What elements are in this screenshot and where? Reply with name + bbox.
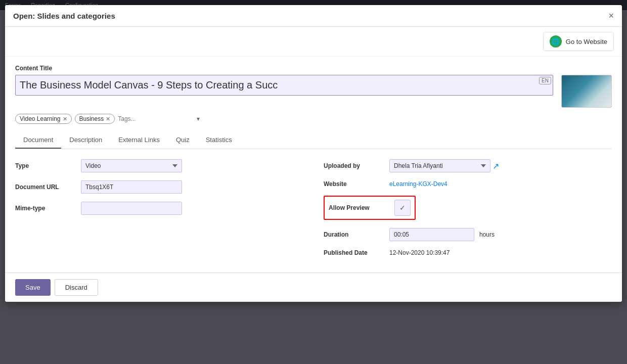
discard-button[interactable]: Discard bbox=[55, 279, 98, 296]
allow-preview-label: Allow Preview bbox=[329, 204, 389, 211]
tag-remove-video-learning[interactable]: ✕ bbox=[63, 116, 67, 122]
mime-type-input[interactable] bbox=[81, 202, 182, 215]
published-date-value: 12-Nov-2020 10:39:47 bbox=[389, 249, 450, 256]
website-field-row: Website eLearning-KGX-Dev4 bbox=[324, 180, 612, 188]
website-link[interactable]: eLearning-KGX-Dev4 bbox=[389, 180, 447, 188]
tab-document[interactable]: Document bbox=[15, 132, 61, 149]
type-field-row: Type Video Image PDF URL bbox=[15, 159, 303, 172]
tab-description[interactable]: Description bbox=[61, 132, 110, 149]
document-url-input[interactable] bbox=[81, 180, 182, 194]
document-tab-content: Type Video Image PDF URL Document URL bbox=[15, 159, 612, 264]
tag-chip-video-learning: Video Learning ✕ bbox=[15, 114, 72, 124]
published-date-label: Published Date bbox=[324, 249, 384, 256]
modal-header: Open: Slides and categories × bbox=[5, 5, 622, 27]
document-url-label: Document URL bbox=[15, 184, 76, 191]
tags-row: Video Learning ✕ Business ✕ ▾ bbox=[15, 114, 612, 124]
allow-preview-highlight-box: Allow Preview bbox=[324, 196, 416, 220]
tags-input[interactable] bbox=[118, 115, 194, 122]
uploaded-by-row: Uploaded by Dhela Tria Afiyanti ↗ bbox=[324, 159, 612, 172]
tag-remove-business[interactable]: ✕ bbox=[106, 116, 110, 122]
allow-preview-checkbox[interactable] bbox=[394, 200, 411, 216]
tabs-row: Document Description External Links Quiz… bbox=[15, 132, 612, 149]
uploaded-by-field: Dhela Tria Afiyanti ↗ bbox=[389, 159, 499, 172]
modal-close-button[interactable]: × bbox=[608, 11, 614, 20]
modal-body: 🌐 Go to Website Content Title EN bbox=[5, 27, 622, 272]
published-date-field-row: Published Date 12-Nov-2020 10:39:47 bbox=[324, 249, 612, 256]
tag-chip-business: Business ✕ bbox=[75, 114, 115, 124]
lang-badge: EN bbox=[539, 77, 551, 84]
content-thumbnail bbox=[561, 75, 612, 108]
duration-input[interactable] bbox=[389, 228, 474, 241]
content-title-input[interactable] bbox=[15, 75, 553, 96]
uploaded-by-external-link-icon[interactable]: ↗ bbox=[492, 161, 499, 171]
title-input-wrap: EN bbox=[15, 75, 553, 96]
right-column: Uploaded by Dhela Tria Afiyanti ↗ Websit… bbox=[324, 159, 612, 264]
website-label: Website bbox=[324, 180, 384, 188]
uploaded-by-label: Uploaded by bbox=[324, 162, 384, 169]
title-row: EN bbox=[15, 75, 612, 108]
tag-label-video-learning: Video Learning bbox=[20, 115, 61, 122]
duration-label: Duration bbox=[324, 231, 384, 238]
go-to-website-button[interactable]: 🌐 Go to Website bbox=[543, 32, 614, 51]
tab-statistics[interactable]: Statistics bbox=[198, 132, 240, 149]
tab-external-links[interactable]: External Links bbox=[110, 132, 168, 149]
tab-quiz[interactable]: Quiz bbox=[168, 132, 198, 149]
content-title-label: Content Title bbox=[15, 65, 612, 72]
tags-dropdown-button[interactable]: ▾ bbox=[197, 115, 200, 122]
type-label: Type bbox=[15, 162, 76, 169]
type-select[interactable]: Video Image PDF URL bbox=[81, 159, 182, 172]
mime-type-label: Mime-type bbox=[15, 205, 76, 212]
action-bar: 🌐 Go to Website bbox=[5, 27, 622, 57]
modal-dialog: Open: Slides and categories × 🌐 Go to We… bbox=[5, 5, 622, 302]
duration-field-row: Duration hours bbox=[324, 228, 612, 241]
uploaded-by-select[interactable]: Dhela Tria Afiyanti bbox=[389, 159, 490, 172]
tag-label-business: Business bbox=[79, 115, 104, 122]
save-button[interactable]: Save bbox=[15, 279, 51, 296]
duration-unit: hours bbox=[479, 231, 495, 238]
allow-preview-row: Allow Preview bbox=[324, 196, 612, 220]
mime-type-field-row: Mime-type bbox=[15, 202, 303, 215]
thumbnail-image bbox=[562, 75, 611, 107]
modal-footer: Save Discard bbox=[5, 272, 622, 302]
document-url-field-row: Document URL bbox=[15, 180, 303, 194]
modal-title: Open: Slides and categories bbox=[13, 12, 115, 20]
left-column: Type Video Image PDF URL Document URL bbox=[15, 159, 303, 264]
form-area: Content Title EN Video Learning ✕ bbox=[5, 57, 622, 272]
globe-icon: 🌐 bbox=[550, 35, 562, 48]
go-to-website-label: Go to Website bbox=[566, 38, 607, 46]
